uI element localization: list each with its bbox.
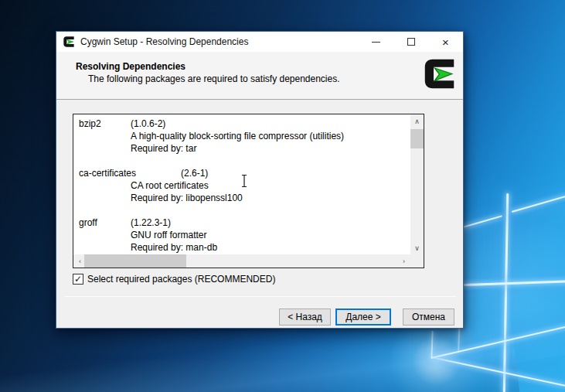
next-button[interactable]: Далее > [335,308,391,326]
windows-logo-pane [512,283,565,363]
windows-logo-pane [512,203,565,286]
horizontal-scrollbar-thumb[interactable] [84,254,186,268]
package-required-by: Required by: tar [79,142,410,155]
cancel-button[interactable]: Отмена [403,308,454,326]
scrollbar-corner [410,254,424,268]
footer-divider [65,296,456,297]
caption-buttons: × [359,32,463,52]
close-button[interactable]: × [428,32,463,52]
desktop-wallpaper: Cygwin Setup - Resolving Dependencies × … [0,0,565,392]
package-name: ca-certificates [79,168,136,179]
package-version: (1.22.3-1) [131,216,171,229]
scroll-up-icon[interactable]: ∧ [410,114,424,128]
window-title: Cygwin Setup - Resolving Dependencies [80,36,248,47]
scroll-right-icon[interactable]: › [397,254,410,268]
title-bar[interactable]: Cygwin Setup - Resolving Dependencies × [56,32,463,52]
page-title: Resolving Dependencies [76,61,185,72]
text-cursor [240,174,248,188]
package-name: groff [79,217,97,228]
page-subtitle: The following packages are required to s… [88,73,340,84]
package-required-by: Required by: man-db [79,241,410,254]
package-version: (2.6-1) [181,167,208,179]
maximize-icon [407,38,415,46]
package-name: bzip2 [79,118,101,129]
package-entry: bzip2 (1.0.6-2) A high-quality block-sor… [79,118,410,155]
close-icon: × [442,36,449,48]
vertical-scrollbar[interactable]: ∧ ∨ [410,114,424,254]
cygwin-logo-icon [422,56,457,91]
package-entry: groff (1.22.3-1) GNU roff formatter Requ… [79,216,410,254]
windows-logo-pane [463,220,502,285]
maximize-button[interactable] [393,32,428,52]
package-required-by: Required by: libopenssl100 [79,192,410,204]
minimize-icon [372,42,380,43]
scroll-down-icon[interactable]: ∨ [410,241,424,254]
checkbox-label[interactable]: Select required packages (RECOMMENDED) [87,274,275,285]
horizontal-scrollbar[interactable]: ‹ › [73,254,410,268]
vertical-scrollbar-thumb[interactable] [410,129,424,148]
cygwin-setup-window: Cygwin Setup - Resolving Dependencies × … [56,31,464,329]
wizard-header: Resolving Dependencies The following pac… [56,52,463,100]
package-version: (1.0.6-2) [131,118,165,130]
minimize-button[interactable] [359,32,393,52]
cygwin-icon [63,36,75,48]
package-list[interactable]: bzip2 (1.0.6-2) A high-quality block-sor… [73,114,424,268]
select-required-checkbox-row[interactable]: ✓ Select required packages (RECOMMENDED) [73,274,275,285]
package-description: GNU roff formatter [79,229,410,241]
checkbox-checked[interactable]: ✓ [73,274,83,285]
back-button[interactable]: < Назад [279,308,331,326]
package-description: A high-quality block-sorting file compre… [79,130,410,142]
